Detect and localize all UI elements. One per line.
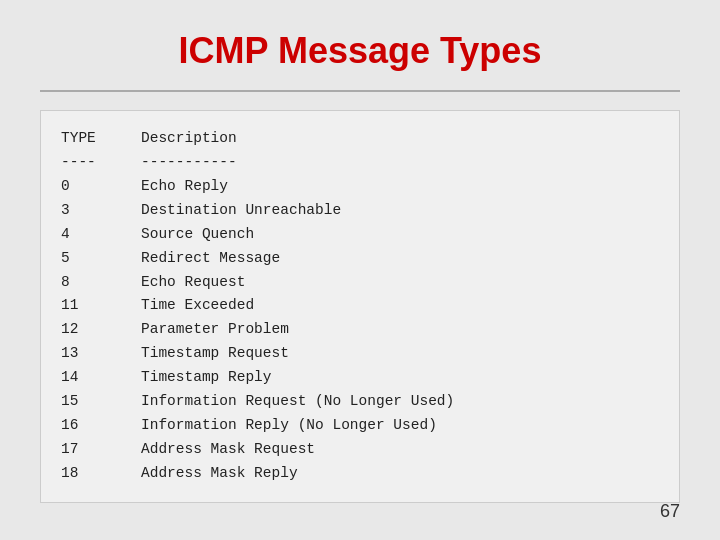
row-description: Time Exceeded <box>141 294 659 318</box>
row-type: 5 <box>61 247 141 271</box>
content-box: TYPE Description ---- ----------- 0Echo … <box>40 110 680 503</box>
row-type: 14 <box>61 366 141 390</box>
separator-description: ----------- <box>141 151 659 175</box>
divider <box>40 90 680 92</box>
row-description: Address Mask Reply <box>141 462 659 486</box>
table-row: 16Information Reply (No Longer Used) <box>61 414 659 438</box>
table-row: 12Parameter Problem <box>61 318 659 342</box>
table-row: 13Timestamp Request <box>61 342 659 366</box>
row-description: Address Mask Request <box>141 438 659 462</box>
row-type: 18 <box>61 462 141 486</box>
row-description: Information Reply (No Longer Used) <box>141 414 659 438</box>
table-row: 4Source Quench <box>61 223 659 247</box>
slide-title: ICMP Message Types <box>40 30 680 72</box>
table-row: 5Redirect Message <box>61 247 659 271</box>
table-row: 17Address Mask Request <box>61 438 659 462</box>
row-description: Source Quench <box>141 223 659 247</box>
table-separator-row: ---- ----------- <box>61 151 659 175</box>
row-type: 11 <box>61 294 141 318</box>
header-description: Description <box>141 127 659 151</box>
row-description: Information Request (No Longer Used) <box>141 390 659 414</box>
row-description: Redirect Message <box>141 247 659 271</box>
table-row: 3Destination Unreachable <box>61 199 659 223</box>
header-type: TYPE <box>61 127 141 151</box>
separator-type: ---- <box>61 151 141 175</box>
slide: ICMP Message Types TYPE Description ----… <box>0 0 720 540</box>
row-type: 13 <box>61 342 141 366</box>
row-description: Destination Unreachable <box>141 199 659 223</box>
table-row: 8Echo Request <box>61 271 659 295</box>
row-type: 0 <box>61 175 141 199</box>
row-type: 16 <box>61 414 141 438</box>
page-number: 67 <box>660 501 680 522</box>
row-type: 15 <box>61 390 141 414</box>
table-row: 18Address Mask Reply <box>61 462 659 486</box>
table-row: 11Time Exceeded <box>61 294 659 318</box>
row-description: Echo Request <box>141 271 659 295</box>
row-description: Parameter Problem <box>141 318 659 342</box>
table-header-row: TYPE Description <box>61 127 659 151</box>
table-row: 15Information Request (No Longer Used) <box>61 390 659 414</box>
row-type: 12 <box>61 318 141 342</box>
row-type: 3 <box>61 199 141 223</box>
row-type: 4 <box>61 223 141 247</box>
row-description: Timestamp Request <box>141 342 659 366</box>
row-type: 8 <box>61 271 141 295</box>
row-description: Echo Reply <box>141 175 659 199</box>
table-body: 0Echo Reply3Destination Unreachable4Sour… <box>61 175 659 486</box>
row-type: 17 <box>61 438 141 462</box>
table-row: 0Echo Reply <box>61 175 659 199</box>
table-row: 14Timestamp Reply <box>61 366 659 390</box>
row-description: Timestamp Reply <box>141 366 659 390</box>
